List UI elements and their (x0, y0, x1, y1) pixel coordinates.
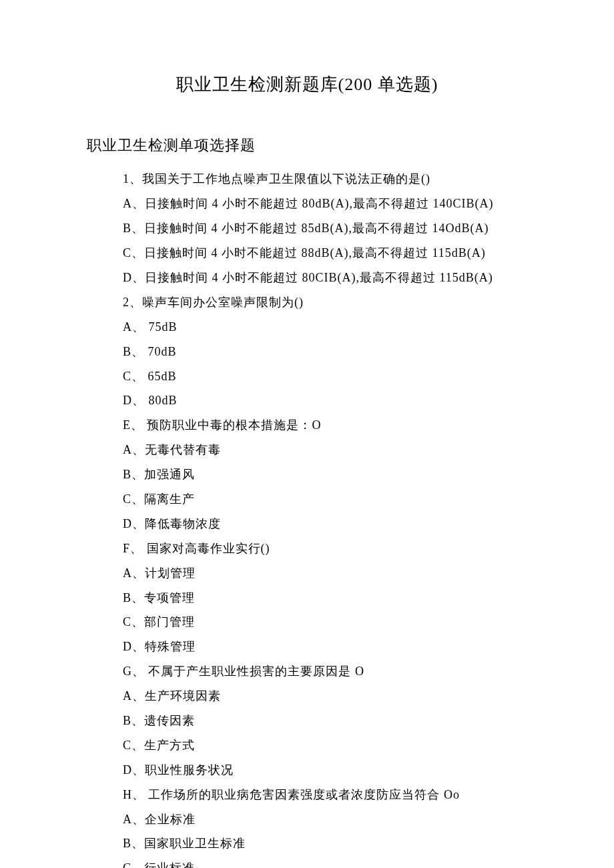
text-line: 2、噪声车间办公室噪声限制为() (87, 290, 527, 315)
question-body: 1、我国关于工作地点噪声卫生限值以下说法正确的是()A、日接触时间 4 小时不能… (87, 167, 527, 868)
text-line: B、 70dB (87, 340, 527, 364)
text-line: B、专项管理 (87, 586, 527, 610)
text-line: B、遗传因素 (87, 709, 527, 733)
text-line: A、日接触时间 4 小时不能超过 80dB(A),最高不得超过 140CIB(A… (87, 191, 527, 216)
text-line: B、加强通风 (87, 462, 527, 487)
text-line: D、 80dB (87, 388, 527, 413)
text-line: B、日接触时间 4 小时不能超过 85dB(A),最高不得超过 14OdB(A) (87, 216, 527, 241)
text-line: C、隔离生产 (87, 487, 527, 512)
text-line: A、无毒代替有毒 (87, 438, 527, 462)
text-line: A、生产环境因素 (87, 684, 527, 709)
text-line: F、 国家对高毒作业实行() (87, 536, 527, 561)
text-line: A、 75dB (87, 315, 527, 340)
text-line: A、企业标准 (87, 807, 527, 832)
text-line: C、行业标准 (87, 856, 527, 868)
text-line: D、职业性服务状况 (87, 758, 527, 783)
text-line: C、 65dB (87, 364, 527, 389)
text-line: G、 不属于产生职业性损害的主要原因是 O (87, 659, 527, 684)
text-line: C、部门管理 (87, 610, 527, 634)
document-title: 职业卫生检测新题库(200 单选题) (87, 67, 527, 102)
text-line: C、日接触时间 4 小时不能超过 88dB(A),最高不得超过 115dB(A) (87, 241, 527, 266)
text-line: C、生产方式 (87, 733, 527, 758)
text-line: A、计划管理 (87, 561, 527, 586)
text-line: B、国家职业卫生标准 (87, 831, 527, 856)
text-line: H、 工作场所的职业病危害因素强度或者浓度防应当符合 Oo (87, 783, 527, 807)
text-line: D、降低毒物浓度 (87, 512, 527, 536)
section-heading: 职业卫生检测单项选择题 (87, 130, 527, 160)
text-line: D、特殊管理 (87, 634, 527, 659)
text-line: D、日接触时间 4 小时不能超过 80CIB(A),最高不得超过 115dB(A… (87, 266, 527, 290)
text-line: 1、我国关于工作地点噪声卫生限值以下说法正确的是() (87, 167, 527, 191)
page: 职业卫生检测新题库(200 单选题) 职业卫生检测单项选择题 1、我国关于工作地… (0, 0, 614, 868)
text-line: E、 预防职业中毒的根本措施是：O (87, 413, 527, 438)
